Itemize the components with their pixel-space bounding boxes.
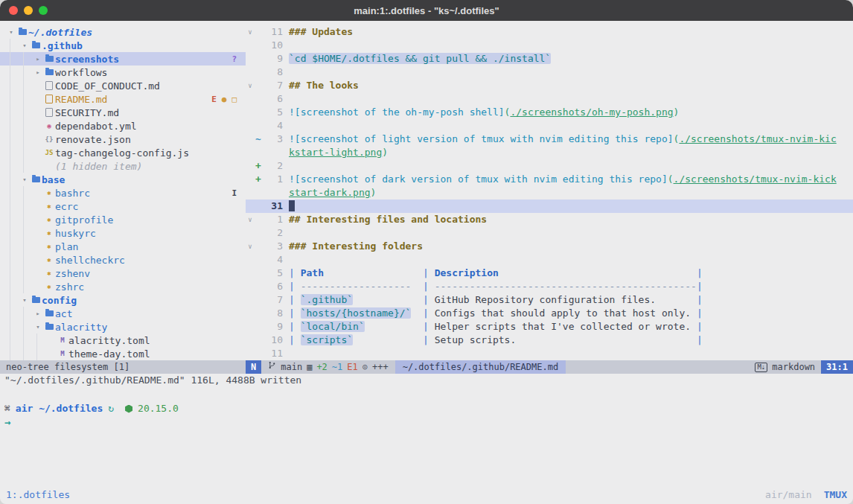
editor-line[interactable]: ∨11### Updates	[246, 25, 853, 39]
gutter-sign	[255, 320, 262, 334]
editor-line[interactable]: 5| Path | Description |	[246, 267, 853, 280]
editor-line[interactable]: 7| `.github` | GitHub Repository configu…	[246, 293, 853, 307]
line-number: 10	[262, 39, 283, 52]
editor-line-text: ![screenshot of dark version of tmux wit…	[289, 173, 853, 186]
editor-line[interactable]: 6| ------------------- | ---------------…	[246, 280, 853, 293]
editor-line[interactable]: 9`cd $HOME/.dotfiles && git pull && ./in…	[246, 52, 853, 66]
statusline: neo-tree filesystem [1] N main ▦ +2 ~1 E…	[0, 360, 853, 374]
status-badge: □	[231, 95, 237, 104]
fold-marker-icon	[246, 92, 255, 106]
titlebar: main:1:.dotfiles - "ks~/.dotfiles"	[0, 0, 853, 21]
editor-line[interactable]: 4	[246, 253, 853, 267]
line-number: 1	[262, 213, 283, 226]
editor-line[interactable]: ∨3### Interesting folders	[246, 240, 853, 253]
editor-buffer[interactable]: ∨11### Updates109`cd $HOME/.dotfiles && …	[246, 21, 853, 360]
indent-guide	[19, 280, 33, 293]
filetype-label: markdown	[772, 362, 815, 372]
tree-item-shellcheckrc[interactable]: ✱shellcheckrc	[0, 253, 246, 267]
tree-item-label: config	[42, 295, 77, 306]
chevron-down-icon[interactable]: ▾	[19, 176, 30, 183]
editor-line[interactable]: 10	[246, 39, 853, 52]
editor-line[interactable]: 9| `local/bin` | Helper scripts that I'v…	[246, 320, 853, 334]
fold-marker-icon	[246, 347, 255, 360]
apple-icon: ⌘	[4, 402, 10, 415]
editor-line[interactable]: 2	[246, 226, 853, 240]
indent-guide	[19, 92, 33, 106]
tree-item-config[interactable]: ▾config	[0, 293, 246, 307]
editor-line[interactable]: start-dark.png)	[246, 186, 853, 200]
whitespace	[516, 334, 697, 345]
tree-item-screenshots[interactable]: ▸screenshots?	[0, 52, 246, 66]
tree-item-tag-changelog-config-js[interactable]: JStag-changelog-config.js	[0, 146, 246, 159]
editor-line[interactable]: +1![screenshot of dark version of tmux w…	[246, 173, 853, 186]
tree-item-label: act	[55, 308, 72, 319]
tree-item-alacritty[interactable]: ▾alacritty	[0, 320, 246, 334]
editor-line[interactable]: 8| `hosts/{hostname}/` | Configs that sh…	[246, 307, 853, 320]
indent-guide	[6, 334, 19, 347]
editor-line[interactable]: +2	[246, 159, 853, 173]
tree-item-renovate-json[interactable]: {}renovate.json	[0, 133, 246, 146]
editor-line[interactable]: 4	[246, 119, 853, 133]
indent-guide	[19, 186, 33, 200]
fullscreen-button[interactable]	[39, 6, 48, 15]
tree-item-zshrc[interactable]: ✱zshrc	[0, 280, 246, 293]
tree-item-label: base	[42, 174, 65, 185]
indent-guide	[19, 320, 33, 334]
folder-icon	[43, 69, 55, 75]
editor-line[interactable]: kstart-light.png)	[246, 146, 853, 159]
editor-line-text: `cd $HOME/.dotfiles && git pull && ./ins…	[289, 52, 853, 66]
chevron-down-icon[interactable]: ▾	[19, 296, 30, 304]
indent-guide	[19, 253, 33, 267]
chevron-right-icon[interactable]: ▸	[33, 68, 43, 76]
gutter-sign	[255, 52, 262, 66]
tree-item-github[interactable]: ▾.github	[0, 39, 246, 52]
tree-item-bashrc[interactable]: ✱bashrcI	[0, 186, 246, 200]
tree-item-ecrc[interactable]: ✱ecrc	[0, 200, 246, 213]
tree-item-workflows[interactable]: ▸workflows	[0, 66, 246, 79]
editor-line[interactable]: 5![screenshot of the oh-my-posh shell](.…	[246, 106, 853, 119]
indent-guide	[19, 240, 33, 253]
close-button[interactable]	[9, 6, 18, 15]
editor-line[interactable]: 31	[246, 200, 853, 213]
chevron-down-icon[interactable]: ▾	[19, 42, 30, 49]
tmux-pane-shell[interactable]: ⌘ air ~/.dotfiles ↻ 20.15.0 →	[0, 387, 853, 485]
tree-item-readme-md[interactable]: README.mdE●□	[0, 92, 246, 106]
tree-item-theme-day-toml[interactable]: Mtheme-day.toml	[0, 347, 246, 360]
editor-line[interactable]: 6	[246, 92, 853, 106]
syntax-segment: Description	[435, 267, 499, 278]
indent-guide	[6, 173, 19, 186]
editor-line[interactable]: ∨7## The looks	[246, 79, 853, 92]
tree-item-base[interactable]: ▾base	[0, 173, 246, 186]
chevron-right-icon[interactable]: ▸	[33, 310, 43, 317]
tree-item-act[interactable]: ▸act	[0, 307, 246, 320]
tree-item-security-md[interactable]: SECURITY.md	[0, 106, 246, 119]
neotree-statusline: neo-tree filesystem [1]	[0, 360, 246, 374]
tree-item-huskyrc[interactable]: ✱huskyrc	[0, 226, 246, 240]
editor-line[interactable]: 10| `scripts` | Setup scripts. |	[246, 334, 853, 347]
git-added-count: +2	[316, 360, 327, 374]
tree-item-alacritty-toml[interactable]: Malacritty.toml	[0, 334, 246, 347]
chevron-down-icon[interactable]: ▾	[33, 323, 43, 331]
tree-item-dependabot-yml[interactable]: ◉dependabot.yml	[0, 119, 246, 133]
prompt-arrow-icon: →	[4, 416, 10, 428]
tree-item-zshenv[interactable]: ✱zshenv	[0, 267, 246, 280]
gutter-sign	[255, 280, 262, 293]
tmux-window-label[interactable]: 1:.dotfiles	[6, 489, 70, 500]
editor-line[interactable]: 11	[246, 347, 853, 360]
chevron-right-icon[interactable]: ▸	[33, 55, 43, 63]
editor-line-text	[289, 159, 853, 173]
editor-line-text: | ------------------- | ----------------…	[289, 280, 853, 293]
tree-item-gitprofile[interactable]: ✱gitprofile	[0, 213, 246, 226]
editor-line[interactable]: 8	[246, 66, 853, 79]
tree-item-plan[interactable]: ✱plan	[0, 240, 246, 253]
tree-item-1-hidden-item[interactable]: (1 hidden item)	[0, 159, 246, 173]
tree-item-dotfiles[interactable]: ▾~/.dotfiles	[0, 25, 246, 39]
shell-input-line[interactable]: →	[4, 415, 849, 430]
editor-line-text: kstart-light.png)	[289, 146, 853, 159]
minimize-button[interactable]	[24, 6, 33, 15]
tree-item-code-of-conduct-md[interactable]: CODE_OF_CONDUCT.md	[0, 79, 246, 92]
chevron-down-icon[interactable]: ▾	[6, 28, 16, 36]
editor-line[interactable]: ∨1## Interesting files and locations	[246, 213, 853, 226]
editor-line[interactable]: ~3![screenshot of light version of tmux …	[246, 133, 853, 146]
syntax-segment: |	[423, 307, 435, 319]
